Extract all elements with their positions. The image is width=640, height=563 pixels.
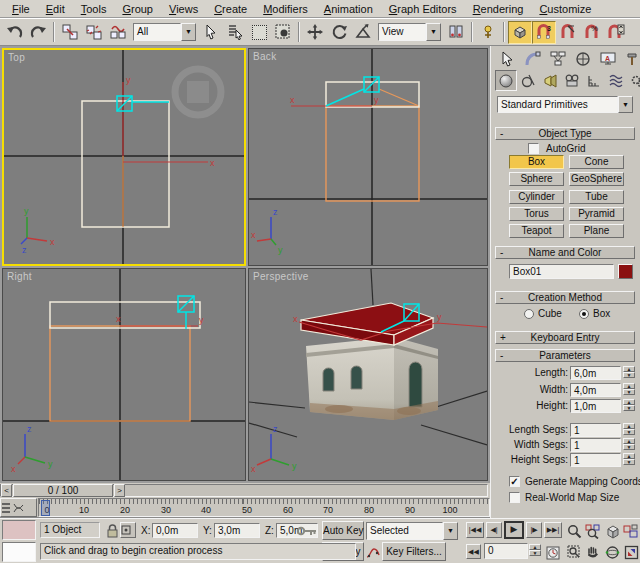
category-geometry[interactable] [495, 70, 517, 91]
object-type-rollout-header[interactable]: -Object Type [495, 127, 635, 140]
menu-tools[interactable]: Tools [73, 0, 115, 18]
menu-group[interactable]: Group [114, 0, 161, 18]
track-bar-ruler[interactable]: 0 10 20 30 40 50 60 70 80 90 100 [38, 498, 490, 517]
key-filters-button[interactable]: Key Filters... [382, 542, 446, 561]
previous-frame-arrow[interactable]: < [1, 484, 12, 497]
selection-lock-toggle[interactable] [102, 521, 122, 541]
tab-modify[interactable] [520, 48, 545, 69]
length-segs-field[interactable]: 1 [570, 423, 621, 437]
rectangular-selection-region-icon[interactable] [247, 21, 271, 44]
category-helpers[interactable] [583, 70, 605, 91]
height-field[interactable]: 1,0m [570, 399, 621, 413]
viewport-top[interactable]: y x y x z Top [2, 48, 246, 266]
height-segs-spinner[interactable]: ▲▼ [623, 453, 635, 466]
category-systems[interactable] [627, 70, 640, 91]
cone-button[interactable]: Cone [569, 155, 624, 169]
spinner-snap-toggle-icon[interactable] [604, 21, 628, 44]
menu-modifiers[interactable]: Modifiers [255, 0, 316, 18]
x-coordinate-field[interactable]: 0,0m [152, 523, 198, 538]
menu-file[interactable]: File [4, 0, 38, 18]
menu-rendering[interactable]: Rendering [465, 0, 532, 18]
autogrid-checkbox[interactable] [528, 143, 539, 154]
viewport-top-label[interactable]: Top [8, 52, 25, 63]
plane-button[interactable]: Plane [569, 224, 624, 238]
box-button[interactable]: Box [509, 155, 564, 169]
auto-key-button[interactable]: Auto Key [322, 521, 364, 540]
snaps-toggle-3d-icon[interactable]: 3 [532, 21, 556, 44]
width-segs-spinner[interactable]: ▲▼ [623, 438, 635, 451]
open-mini-curve-editor-button[interactable] [0, 498, 37, 517]
primitives-category-dropdown[interactable]: Standard Primitives ▼ [497, 96, 633, 113]
height-spinner[interactable]: ▲▼ [623, 399, 635, 412]
tab-hierarchy[interactable] [545, 48, 570, 69]
selected-filter-dropdown[interactable]: Selected ▼ [366, 522, 458, 540]
unlink-selection-icon[interactable] [82, 21, 106, 44]
real-world-map-checkbox[interactable] [509, 492, 520, 503]
undo-icon[interactable] [2, 21, 26, 44]
height-segs-field[interactable]: 1 [570, 453, 621, 467]
absolute-mode-transform-icon[interactable] [120, 522, 136, 538]
menu-views[interactable]: Views [161, 0, 206, 18]
select-and-manipulate-icon[interactable] [476, 21, 500, 44]
category-cameras[interactable] [561, 70, 583, 91]
maxscript-mini-listener-white[interactable] [2, 542, 36, 562]
object-name-field[interactable]: Box01 [509, 264, 614, 279]
length-spinner[interactable]: ▲▼ [623, 366, 635, 379]
selection-filter-dropdown[interactable]: All▼ [133, 23, 196, 41]
box-radio[interactable] [579, 309, 589, 319]
chevron-down-icon[interactable]: ▼ [426, 23, 441, 41]
current-frame-marker[interactable] [41, 500, 50, 516]
cylinder-button[interactable]: Cylinder [509, 190, 564, 204]
key-mode-toggle-button[interactable]: ◀◀ [466, 544, 481, 559]
play-animation-button[interactable]: ▶ [504, 521, 524, 539]
zoom-button[interactable] [564, 521, 584, 541]
cube-radio[interactable] [524, 309, 534, 319]
generate-mapping-checkbox[interactable]: ✓ [509, 476, 520, 487]
viewport-perspective[interactable]: x y z x y Perspective [248, 268, 488, 481]
zoom-all-button[interactable] [583, 521, 603, 541]
menu-customize[interactable]: Customize [531, 0, 599, 18]
category-space-warps[interactable] [605, 70, 627, 91]
percent-snap-toggle-icon[interactable]: % [580, 21, 604, 44]
next-frame-arrow[interactable]: > [114, 484, 125, 497]
zoom-extents-button[interactable] [602, 521, 622, 541]
menu-create[interactable]: Create [206, 0, 255, 18]
width-field[interactable]: 4,0m [570, 383, 621, 397]
creation-method-rollout-header[interactable]: -Creation Method [495, 291, 635, 304]
tab-motion[interactable] [570, 48, 595, 69]
select-object-icon[interactable] [199, 21, 223, 44]
viewport-back[interactable]: x y z x y Back [248, 48, 488, 266]
object-color-swatch[interactable] [618, 264, 633, 279]
viewport-back-label[interactable]: Back [253, 51, 276, 62]
time-slider-handle[interactable]: 0 / 100 [13, 484, 113, 497]
select-and-link-icon[interactable] [58, 21, 82, 44]
bind-to-space-warp-icon[interactable] [106, 21, 130, 44]
viewport-perspective-label[interactable]: Perspective [253, 271, 309, 282]
viewport-right[interactable]: x y z x y Right [2, 268, 246, 481]
name-color-rollout-header[interactable]: -Name and Color [495, 246, 635, 259]
select-and-rotate-icon[interactable] [327, 21, 351, 44]
tab-create[interactable] [495, 48, 520, 69]
chevron-down-icon[interactable]: ▼ [181, 23, 196, 41]
time-configuration-button[interactable] [543, 543, 563, 563]
geosphere-button[interactable]: GeoSphere [569, 172, 624, 186]
select-and-scale-icon[interactable] [351, 21, 375, 44]
menu-animation[interactable]: Animation [316, 0, 381, 18]
maxscript-mini-listener-pink[interactable] [2, 520, 36, 540]
go-to-end-button[interactable]: ▶▶| [544, 522, 562, 538]
window-crossing-toggle-icon[interactable] [271, 21, 295, 44]
viewport-right-label[interactable]: Right [7, 271, 32, 282]
sphere-button[interactable]: Sphere [509, 172, 564, 186]
menu-edit[interactable]: Edit [38, 0, 73, 18]
use-pivot-point-center-icon[interactable] [444, 21, 468, 44]
width-segs-field[interactable]: 1 [570, 438, 621, 452]
current-frame-field[interactable]: 0 [484, 543, 528, 559]
pan-button[interactable] [583, 542, 603, 562]
arc-rotate-button[interactable] [602, 542, 622, 562]
chevron-down-icon[interactable]: ▼ [443, 522, 458, 540]
tube-button[interactable]: Tube [569, 190, 624, 204]
tab-display[interactable]: A [595, 48, 620, 69]
parameters-rollout-header[interactable]: -Parameters [495, 349, 635, 362]
next-frame-button[interactable]: |▶ [526, 522, 542, 538]
chevron-down-icon[interactable]: ▼ [618, 96, 633, 113]
